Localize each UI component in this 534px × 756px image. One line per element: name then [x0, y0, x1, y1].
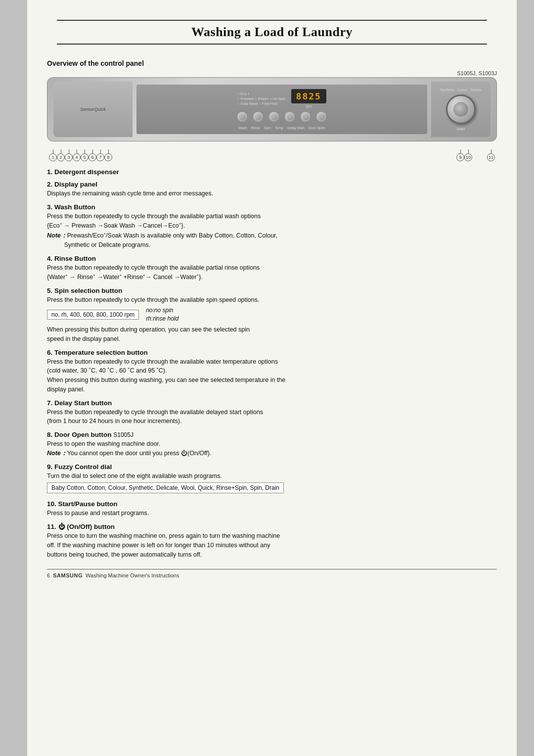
item-3-title: 3. Wash Button [47, 203, 497, 211]
num-4: 4 [73, 149, 81, 161]
item-10: 10. Start/Pause button Press to pause an… [47, 500, 497, 518]
right-sidebar-bar [517, 0, 534, 756]
item-3-note: Note：Prewash/Eco+/Soak Wash is available… [47, 231, 497, 250]
item-7-title: 7. Delay Start button [47, 399, 497, 407]
sensor-quick-label: SensorQuick [80, 107, 106, 112]
fuzzy-dial[interactable] [446, 94, 476, 124]
label-delay: Delay Start [287, 126, 305, 130]
item-1: 1. Detergent dispenser [47, 168, 497, 176]
left-sidebar-bar [0, 0, 27, 756]
footer-brand: SAMSUNG [53, 572, 83, 578]
item-6-body2: When pressing this button during washing… [47, 376, 497, 394]
item-7: 7. Delay Start button Press the button r… [47, 399, 497, 426]
item-5-body: Press the button repeatedly to cycle thr… [47, 295, 497, 305]
num-8: 8 [104, 149, 112, 161]
item-6: 6. Temperature selection button Press th… [47, 349, 497, 394]
label-wash: Wash [238, 126, 247, 130]
panel-right-section: SyntheticColourSensor Drain [431, 82, 490, 137]
item-3: 3. Wash Button Press the button repeated… [47, 203, 497, 250]
item-11-body: Press once to turn the washing machine o… [47, 531, 497, 559]
item-11-title: 11. ⏻ (On/Off) button [47, 523, 497, 530]
num-9: 9 [456, 149, 464, 161]
item-3-body: Press the button repeatedly to cycle thr… [47, 212, 497, 231]
num-1: 1 [49, 149, 57, 161]
item-2: 2. Display panel Displays the remaining … [47, 181, 497, 198]
page-title: Washing a Load of Laundry [57, 20, 487, 45]
panel-btn-3 [268, 111, 279, 122]
control-panel-image: SensorQuick ○ Eco + ○ Prewash ○ Rinse+ ○… [47, 77, 497, 142]
item-2-title: 2. Display panel [47, 181, 497, 188]
num-10: 10 [464, 149, 472, 161]
item-5-title: 5. Spin selection button [47, 287, 497, 294]
item-8-body: Press to open the washing machine door. [47, 439, 497, 449]
label-spin: Spin [264, 126, 271, 130]
control-panel-heading: Overview of the control panel [47, 59, 497, 67]
item-8-title: 8. Door Open button S1005J [47, 431, 497, 438]
panel-display: 8825 [291, 89, 326, 103]
panel-left-section: SensorQuick [53, 82, 133, 137]
panel-btn-5 [300, 111, 311, 122]
item-10-title: 10. Start/Pause button [47, 500, 497, 508]
item-4-title: 4. Rinse Button [47, 255, 497, 262]
num-2: 2 [57, 149, 65, 161]
label-temp: Temp [275, 126, 283, 130]
item-4-body: Press the button repeatedly to cycle thr… [47, 263, 497, 282]
num-3: 3 [65, 149, 73, 161]
spin-values-box: no, rh, 400, 600, 800, 1000 rpm [47, 310, 139, 320]
num-6: 6 [89, 149, 96, 161]
item-9: 9. Fuzzy Control dial Turn the dial to s… [47, 463, 497, 496]
panel-btn-6 [316, 111, 327, 122]
label-rinse: Rinse [251, 126, 260, 130]
fuzzy-values-box: Baby Cotton, Cotton, Colour, Synthetic, … [47, 482, 284, 493]
item-4: 4. Rinse Button Press the button repeate… [47, 255, 497, 282]
panel-center-section: ○ Eco + ○ Prewash ○ Rinse+ ○ No Spin ○ S… [136, 85, 427, 135]
item-5: 5. Spin selection button Press the butto… [47, 287, 497, 344]
item-8: 8. Door Open button S1005J Press to open… [47, 431, 497, 458]
label-door: Door Open [309, 126, 325, 130]
spin-note: no:no spinrh:rinse hold [146, 306, 178, 323]
numbering-row: 1 2 3 4 5 [47, 149, 497, 161]
item-10-body: Press to pause and restart programs. [47, 509, 497, 518]
panel-btn-1 [237, 111, 248, 122]
panel-btn-2 [253, 111, 264, 122]
num-11: 11 [487, 149, 495, 161]
item-11: 11. ⏻ (On/Off) button Press once to turn… [47, 523, 497, 559]
item-6-body: Press the button repeatedly to cycle thr… [47, 357, 497, 376]
dial-inner [453, 102, 468, 117]
item-5-body2: When pressing this button during operati… [47, 325, 497, 344]
item-1-title: 1. Detergent dispenser [47, 168, 497, 176]
item-8-note: Note：You cannot open the door until you … [47, 449, 497, 458]
item-9-title: 9. Fuzzy Control dial [47, 463, 497, 471]
item-6-title: 6. Temperature selection button [47, 349, 497, 356]
num-7: 7 [96, 149, 104, 161]
num-5: 5 [81, 149, 89, 161]
panel-btn-4 [284, 111, 295, 122]
footer-doc-title: Washing Machine Owner's Instructions [86, 572, 179, 578]
panel-labels-row: Wash Rinse Spin Temp Delay Start Door Op… [238, 126, 325, 130]
page-wrapper: Washing a Load of Laundry Overview of th… [0, 0, 534, 756]
footer-bar: 6 SAMSUNG Washing Machine Owner's Instru… [47, 569, 497, 578]
control-panel-section: Overview of the control panel S1005J, S1… [47, 59, 497, 161]
footer-page-num: 6 [47, 572, 50, 578]
panel-buttons-row [237, 111, 327, 122]
item-2-body: Displays the remaining wash cycle time a… [47, 189, 497, 198]
item-9-body: Turn the dial to select one of the eight… [47, 472, 497, 481]
model-label: S1005J, S1003J [47, 70, 497, 76]
item-7-body: Press the button repeatedly to cycle thr… [47, 408, 497, 426]
content-area: Washing a Load of Laundry Overview of th… [27, 0, 517, 756]
